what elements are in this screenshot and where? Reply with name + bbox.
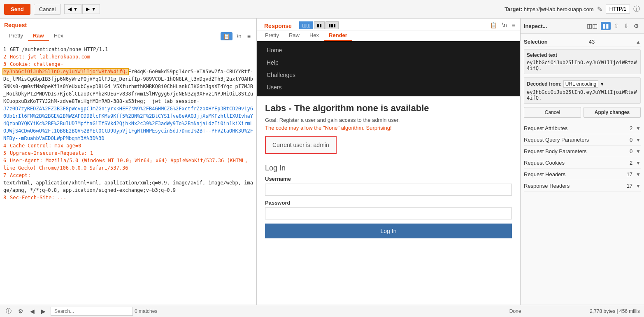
response-tab-actions: 📋 \n ≡ (488, 21, 517, 29)
request-body-params-right: 0 ▼ (630, 148, 641, 154)
nav-forward-button[interactable]: ▶ (40, 307, 47, 315)
response-wrap-icon[interactable]: \n (500, 21, 509, 29)
inspector-cancel-button[interactable]: Cancel (524, 107, 581, 118)
tab-hex[interactable]: Hex (49, 31, 68, 41)
request-query-params-count: 0 (630, 137, 632, 143)
tab-response-hex[interactable]: Hex (305, 30, 324, 41)
top-toolbar: Send Cancel ◀ ▼ ▶ ▼ Target: https://jwt-… (0, 0, 644, 19)
inspector-settings-icon[interactable]: ⚙ (632, 22, 641, 30)
tab-pretty[interactable]: Pretty (4, 31, 28, 41)
request-headers-label: Request Headers (524, 171, 565, 177)
more-icon[interactable]: ≡ (246, 32, 252, 40)
request-headers-right: 17 ▼ (627, 171, 641, 177)
request-tab-bar: Pretty Raw Hex 📋 \n ≡ (4, 31, 252, 41)
response-header: Response ◫◫ ▮▮ ▮▮▮ 📋 \n ≡ (257, 19, 520, 30)
inspector-align-icon[interactable]: ⇧ (612, 22, 621, 30)
rendered-content: Home Help Challenges Users Labs - The al… (257, 41, 520, 305)
request-attributes-right: 2 ▼ (630, 125, 641, 131)
decoded-box: Decoded from: URL encoding ▼ eyJhbGciOiJ… (524, 77, 641, 104)
response-copy-icon[interactable]: 📋 (488, 21, 499, 29)
request-panel: Request Pretty Raw Hex 📋 \n ≡ 1 GET /aut… (0, 19, 257, 305)
nav-back-button[interactable]: ◀ (28, 307, 36, 315)
selected-text-box: Selected text eyJhbGciOiJub25lInO.eyJuYW… (524, 49, 641, 74)
forward-arrow-button[interactable]: ▶ ▼ (82, 4, 100, 14)
request-query-params-row[interactable]: Request Query Parameters 0 ▼ (524, 134, 641, 146)
selection-section-header: Selection 43 ▲ (524, 37, 641, 47)
request-headers-chevron: ▼ (636, 172, 641, 177)
response-tab-bar: Pretty Raw Hex Render (257, 30, 520, 41)
inspector-toolbar: Inspect... ◫◫ ▮▮ ⇧ ⇩ ⚙ (521, 19, 644, 34)
tab-response-raw[interactable]: Raw (284, 30, 305, 41)
apply-changes-button[interactable]: Apply changes (584, 107, 641, 118)
edit-target-button[interactable]: ✎ (597, 5, 602, 13)
username-input[interactable] (265, 184, 512, 196)
decoded-type-selector[interactable]: URL encoding (563, 80, 599, 88)
bottom-left: ⓘ ⚙ ◀ ▶ 0 matches (4, 307, 157, 316)
response-headers-row[interactable]: Response Headers 17 ▼ (524, 180, 641, 192)
request-header: Request Pretty Raw Hex 📋 \n ≡ (0, 19, 256, 43)
request-body: 1 GET /authentication/none HTTP/1.1 2 Ho… (0, 43, 256, 305)
selected-text-value: eyJhbGciOiJub25lInO.eyJuYW1lIjoiWRtaW4if… (527, 60, 638, 71)
view-mode-list[interactable]: ▮▮ (314, 21, 325, 29)
nav-users[interactable]: Users (265, 82, 512, 93)
view-mode-compact[interactable]: ▮▮▮ (325, 21, 339, 29)
login-button[interactable]: Log In (265, 224, 512, 238)
copy-icon[interactable]: 📋 (221, 32, 232, 40)
search-area: 0 matches (51, 307, 157, 316)
main-layout: Request Pretty Raw Hex 📋 \n ≡ 1 GET /aut… (0, 19, 644, 305)
nav-help[interactable]: Help (265, 57, 512, 68)
decoded-value: eyJhbGciOiJub25lInO.eyJuYW1lIjoiWRtaW4if… (527, 89, 638, 101)
login-title: Log In (265, 164, 512, 172)
response-headers-chevron: ▼ (636, 183, 641, 189)
rendered-nav: Home Help Challenges Users (257, 41, 520, 96)
decoded-type-chevron: ▼ (600, 82, 604, 86)
search-matches: 0 matches (135, 308, 157, 314)
inspector-title: Inspect... (524, 23, 584, 29)
request-body-params-row[interactable]: Request Body Parameters 0 ▼ (524, 146, 641, 157)
tab-response-pretty[interactable]: Pretty (260, 30, 284, 41)
request-headers-row[interactable]: Request Headers 17 ▼ (524, 169, 641, 180)
inspector-layout-icon[interactable]: ◫◫ (585, 22, 599, 30)
settings-circle-button[interactable]: ⚙ (16, 307, 25, 315)
inspector-panel-icon[interactable]: ▮▮ (601, 22, 611, 30)
request-cookies-right: 2 ▼ (630, 160, 641, 166)
nav-home[interactable]: Home (265, 44, 512, 56)
password-label: Password (265, 200, 512, 206)
status-text: Done (509, 308, 521, 314)
request-attributes-count: 2 (630, 125, 632, 131)
search-input[interactable] (51, 307, 133, 316)
decoded-header: Decoded from: URL encoding ▼ (527, 80, 638, 88)
request-title: Request (4, 22, 252, 28)
view-mode-grid[interactable]: ◫◫ (299, 21, 313, 29)
request-body-params-count: 0 (630, 148, 632, 154)
selection-chevron: ▲ (636, 39, 641, 45)
tab-actions: 📋 \n ≡ (221, 32, 252, 40)
request-body-params-chevron: ▼ (636, 149, 641, 154)
password-input[interactable] (265, 207, 512, 219)
http-version-badge[interactable]: HTTP/1 (606, 5, 630, 14)
tab-raw[interactable]: Raw (28, 31, 49, 41)
request-query-params-label: Request Query Parameters (524, 137, 589, 143)
inspector-panel: Inspect... ◫◫ ▮▮ ⇧ ⇩ ⚙ Selection 43 ▲ Se… (521, 19, 644, 305)
help-circle-button[interactable]: ⓘ (4, 307, 13, 316)
response-headers-count: 17 (627, 183, 632, 189)
inspector-align2-icon[interactable]: ⇩ (622, 22, 630, 30)
request-cookies-count: 2 (630, 160, 632, 166)
cancel-button[interactable]: Cancel (34, 4, 61, 15)
nav-challenges[interactable]: Challenges (265, 69, 512, 81)
decoded-from-label: Decoded from: (527, 81, 562, 87)
rendered-heading: Labs - The algorithm none is available (265, 103, 512, 114)
request-cookies-row[interactable]: Request Cookies 2 ▼ (524, 157, 641, 169)
tab-response-render[interactable]: Render (324, 30, 352, 41)
bytes-info: 2,778 bytes | 456 millis (590, 308, 640, 314)
rendered-goal: Goal: Register a user and gain access to… (265, 117, 512, 123)
request-query-params-right: 0 ▼ (630, 137, 641, 143)
request-attributes-row[interactable]: Request Attributes 2 ▼ (524, 123, 641, 134)
nav-arrows: ◀ ▼ ▶ ▼ (64, 4, 100, 14)
back-arrow-button[interactable]: ◀ ▼ (64, 4, 81, 14)
help-button[interactable]: ⓘ (633, 5, 640, 14)
response-more-icon[interactable]: ≡ (510, 21, 517, 29)
request-query-params-chevron: ▼ (636, 137, 641, 143)
send-button[interactable]: Send (4, 4, 30, 15)
wrap-icon[interactable]: \n (235, 32, 243, 40)
